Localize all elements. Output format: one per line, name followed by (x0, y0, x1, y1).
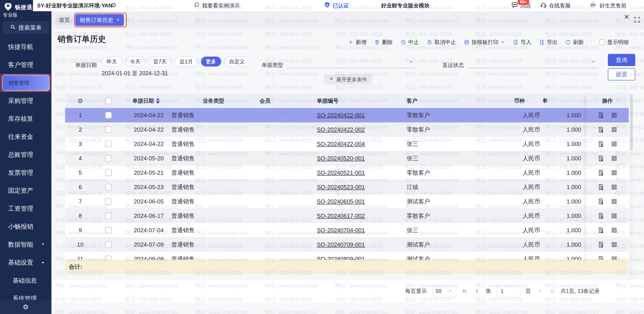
online-service-button[interactable]: 在线客服 (540, 2, 570, 10)
table-row[interactable]: 12024-04-22普通销售SO-20240422-001零散客户人民币1.0… (65, 108, 629, 122)
more-actions-grid-icon[interactable] (611, 184, 617, 190)
row-checkbox[interactable] (105, 241, 112, 248)
linked-query-icon[interactable] (598, 227, 604, 234)
column-header-select[interactable] (96, 94, 121, 108)
table-row[interactable]: 62024-05-23普通销售SO-20240523-001江镇人民币1.000 (65, 180, 629, 194)
table-row[interactable]: 92024-07-04普通销售SO-20240704-001张三人民币1.000 (65, 223, 629, 238)
doc-number-link[interactable]: SO-20240520-001 (317, 155, 365, 162)
doc-number-link[interactable]: SO-20240422-002 (317, 126, 365, 133)
print-by-template-button[interactable]: 按模板打印 (464, 39, 505, 46)
settings-gear-icon[interactable]: ⚙ (23, 303, 29, 311)
messages-button[interactable]: 消息 99+ (511, 2, 531, 10)
more-actions-grid-icon[interactable] (611, 242, 617, 248)
tab-close-icon[interactable]: × (116, 18, 120, 22)
quick-filter-今天[interactable]: 今天 (125, 56, 145, 66)
doc-number-link[interactable]: SO-20240617-002 (317, 212, 365, 219)
sidebar-item-固定资产[interactable]: 固定资产 (0, 182, 52, 200)
select-all-checkbox[interactable] (105, 98, 112, 104)
doc-number-link[interactable]: SO-20240709-001 (317, 241, 365, 248)
sidebar-item-数据智能[interactable]: 数据智能 (0, 236, 52, 254)
cancel-abort-button[interactable]: 取消中止 (427, 39, 456, 46)
doc-number-link[interactable]: SO-20240605-001 (317, 198, 365, 205)
more-actions-grid-icon[interactable] (611, 256, 617, 260)
sidebar-item-快捷导航[interactable]: 快捷导航 (0, 38, 52, 56)
expand-more-conditions-button[interactable]: 展开更多条件 (324, 74, 372, 85)
sidebar-item-销售管理[interactable]: 销售管理 (0, 74, 52, 92)
row-checkbox[interactable] (105, 227, 112, 234)
table-row[interactable]: 82024-06-17普通销售SO-20240617-002零散客户人民币1.0… (65, 209, 629, 223)
fullscreen-icon[interactable] (634, 16, 641, 24)
sidebar-item-工资管理[interactable]: 工资管理 (0, 200, 52, 218)
delete-button[interactable]: 删除 (374, 39, 393, 46)
row-checkbox[interactable] (105, 212, 112, 219)
doc-number-link[interactable]: SO-20240521-001 (317, 169, 365, 176)
doc-number-link[interactable]: SO-20240523-001 (317, 184, 365, 190)
more-actions-grid-icon[interactable] (611, 170, 617, 176)
table-row[interactable]: 52024-05-21普通销售SO-20240521-001零散客户人民币1.0… (65, 166, 629, 180)
doc-number-link[interactable]: SO-20240809-001 (317, 256, 365, 260)
linked-query-icon[interactable] (598, 184, 604, 190)
doc-number-link[interactable]: SO-20240422-001 (317, 112, 365, 118)
more-actions-grid-icon[interactable] (611, 112, 617, 118)
more-actions-grid-icon[interactable] (611, 155, 617, 162)
sort-control[interactable] (156, 98, 160, 104)
demo-link[interactable]: 我要看实例演示 (194, 0, 240, 11)
settings-button[interactable]: 设置 (608, 68, 635, 80)
chevron-down-icon[interactable] (590, 59, 596, 65)
abort-button[interactable]: 中止 (400, 39, 419, 46)
workspace-gear-icon[interactable]: ⚙ (111, 2, 116, 9)
row-checkbox[interactable] (105, 184, 112, 190)
row-checkbox[interactable] (105, 256, 112, 260)
query-button[interactable]: 查询 (608, 54, 635, 66)
linked-query-icon[interactable] (598, 112, 604, 118)
row-checkbox[interactable] (105, 198, 112, 205)
row-checkbox[interactable] (105, 112, 112, 118)
sidebar-item-采购管理[interactable]: 采购管理 (0, 92, 52, 110)
refresh-button[interactable]: 刷新 (565, 39, 584, 46)
sidebar-item-总账管理[interactable]: 总账管理 (0, 146, 52, 164)
column-header-date[interactable]: 单据日期 (121, 94, 167, 108)
tab-sales-order-history[interactable]: 销售订单历史 × (75, 14, 124, 26)
row-checkbox[interactable] (105, 140, 112, 147)
add-button[interactable]: 新增 (348, 39, 366, 46)
scrollbar-thumb[interactable] (630, 94, 633, 150)
linked-query-icon[interactable] (598, 198, 604, 205)
column-header-settings[interactable]: ⚙ (65, 94, 96, 108)
doc-type-input[interactable] (287, 56, 415, 68)
linked-query-icon[interactable] (598, 241, 604, 248)
linked-query-icon[interactable] (598, 155, 604, 162)
sidebar-item-基础信息[interactable]: 基础信息 (0, 272, 52, 290)
more-actions-grid-icon[interactable] (611, 198, 617, 204)
close-icon[interactable]: × (624, 12, 629, 22)
sidebar-item-发票管理[interactable]: 发票管理 (0, 164, 52, 182)
quick-filter-昨天[interactable]: 昨天 (102, 56, 122, 66)
quick-filter-自定义[interactable]: 自定义 (224, 56, 250, 66)
chevron-down-icon[interactable] (408, 59, 414, 65)
table-row[interactable]: 102024-07-09普通销售SO-20240709-001测试客户人民币1.… (65, 238, 629, 252)
show-detail-checkbox[interactable] (599, 39, 605, 45)
doc-number-link[interactable]: SO-20240704-001 (317, 227, 365, 234)
table-row[interactable]: 22024-04-22普通销售SO-20240422-002零散客户人民币1.0… (65, 122, 629, 137)
per-page-select[interactable]: 50 (432, 285, 456, 297)
linked-query-icon[interactable] (598, 256, 604, 260)
column-settings-gear-icon[interactable]: ⚙ (78, 97, 83, 105)
table-row[interactable]: 32024-04-22普通销售SO-20240422-004张三人民币1.000 (65, 137, 629, 151)
direct-status-input[interactable] (468, 56, 598, 68)
last-page-button[interactable] (548, 288, 555, 294)
show-detail-toggle[interactable]: 显示明细 (599, 39, 629, 46)
more-actions-grid-icon[interactable] (611, 227, 617, 233)
export-button[interactable]: 导出 (539, 39, 558, 46)
sidebar-item-客户管理[interactable]: 客户管理 (0, 56, 52, 74)
sidebar-item-往来资金[interactable]: 往来资金 (0, 128, 52, 146)
row-checkbox[interactable] (105, 155, 112, 162)
sidebar-search[interactable]: 搜索菜单 (3, 22, 49, 34)
page-number-input[interactable]: 1 (496, 285, 520, 297)
row-checkbox[interactable] (105, 126, 112, 133)
quick-filter-近7天[interactable]: 近7天 (148, 56, 172, 66)
more-actions-grid-icon[interactable] (611, 126, 617, 133)
quick-filter-近1月[interactable]: 近1月 (175, 56, 198, 66)
table-row[interactable]: 72024-06-05普通销售SO-20240605-001测试客户人民币1.0… (65, 194, 629, 209)
table-row[interactable]: 42024-05-20普通销售SO-20240520-001张三人民币1.000 (65, 151, 629, 166)
doc-number-link[interactable]: SO-20240422-004 (317, 140, 365, 147)
more-actions-grid-icon[interactable] (611, 213, 617, 219)
